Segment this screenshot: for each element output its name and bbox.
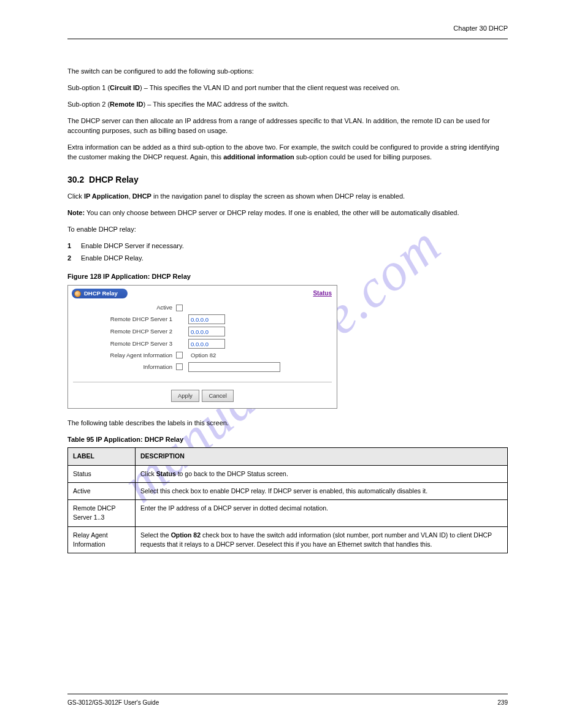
cell-label: Remote DHCP Server 1..3 <box>68 500 136 526</box>
row-relay-agent-info: Relay Agent Information Option 82 <box>74 350 331 361</box>
text: ) – This specifies the VLAN ID and port … <box>140 84 400 91</box>
divider <box>73 382 332 382</box>
text: to go back to the DHCP Status screen. <box>176 470 288 477</box>
text: Click <box>67 192 84 200</box>
step-text: Enable DHCP Server if necessary. <box>81 241 184 251</box>
row-remote-server-2: Remote DHCP Server 2 <box>74 325 331 338</box>
paragraph: Click IP Application, DHCP in the naviga… <box>67 192 508 202</box>
note: Note: You can only choose between DHCP s… <box>67 208 508 218</box>
cell-label: Relay Agent Information <box>68 526 136 553</box>
col-label: LABEL <box>68 448 136 465</box>
label-active: Active <box>74 303 172 312</box>
row-remote-server-3: Remote DHCP Server 3 <box>74 338 331 350</box>
step-item: 2Enable DHCP Relay. <box>67 254 508 264</box>
figure-dhcp-relay: DHCP Relay Status Active Remote DHCP Ser… <box>67 285 337 408</box>
nav-dhcp: DHCP <box>132 192 151 200</box>
input-remote-server-2[interactable] <box>188 327 225 336</box>
input-information[interactable] <box>188 362 280 372</box>
col-description: DESCRIPTION <box>136 448 508 465</box>
checkbox-active[interactable] <box>176 305 183 311</box>
paragraph: Extra information can be added as a thir… <box>67 143 508 162</box>
section-title: DHCP Relay <box>89 175 139 184</box>
label-rs1: Remote DHCP Server 1 <box>74 315 172 324</box>
table-intro: The following table describes the labels… <box>67 419 508 428</box>
term-additional-info: additional information <box>223 153 294 161</box>
input-remote-server-1[interactable] <box>188 314 225 324</box>
figure-titlebar: DHCP Relay Status <box>68 286 337 300</box>
steps-intro: To enable DHCP relay: <box>67 225 508 235</box>
row-remote-server-1: Remote DHCP Server 1 <box>74 313 331 325</box>
nav-ip-application: IP Application <box>84 192 129 200</box>
apply-button[interactable]: Apply <box>171 390 199 402</box>
section-heading-30-2: 30.2 DHCP Relay <box>67 173 508 186</box>
table-row: Relay Agent Information Select the Optio… <box>68 526 508 553</box>
paragraph: The DHCP server can then allocate an IP … <box>67 116 508 136</box>
step-text: Enable DHCP Relay. <box>81 254 144 264</box>
step-number: 1 <box>67 241 76 251</box>
note-text: You can only choose between DHCP server … <box>86 209 459 216</box>
cell-desc: Click Status to go back to the DHCP Stat… <box>136 465 508 482</box>
bold-text: Option 82 <box>171 531 201 539</box>
cell-label: Active <box>68 482 136 499</box>
text: ) – This specifies the MAC address of th… <box>144 100 289 108</box>
footer-rule <box>67 694 508 694</box>
steps-list: 1Enable DHCP Server if necessary. 2Enabl… <box>67 241 508 264</box>
description-table: LABEL DESCRIPTION Status Click Status to… <box>67 447 508 553</box>
panel-title-pill: DHCP Relay <box>72 289 128 298</box>
page-header-right: Chapter 30 DHCP <box>453 25 508 32</box>
row-active: Active <box>74 302 331 313</box>
header-rule <box>67 39 508 39</box>
section-number: 30.2 <box>67 175 84 184</box>
text: Sub-option 1 ( <box>67 84 110 91</box>
step-item: 1Enable DHCP Server if necessary. <box>67 241 508 251</box>
page-content: The switch can be configured to add the … <box>67 67 508 553</box>
table-row: Remote DHCP Server 1..3 Enter the IP add… <box>68 500 508 526</box>
paragraph: Sub-option 2 (Remote ID) – This specifie… <box>67 100 508 110</box>
text: Select the <box>140 531 171 539</box>
footer-left: GS-3012/GS-3012F User's Guide <box>67 699 159 706</box>
text: Sub-option 2 ( <box>67 100 110 108</box>
figure-caption: Figure 128 IP Application: DHCP Relay <box>67 272 508 282</box>
panel-title-text: DHCP Relay <box>84 289 118 298</box>
cell-desc: Enter the IP address of a DHCP server in… <box>136 500 508 526</box>
bullet-icon <box>74 290 81 297</box>
paragraph: Sub-option 1 (Circuit ID) – This specifi… <box>67 83 508 93</box>
table-row: Active Select this check box to enable D… <box>68 482 508 499</box>
bold-text: Status <box>156 470 176 477</box>
term-circuit-id: Circuit ID <box>110 84 140 91</box>
label-rai: Relay Agent Information <box>74 351 172 360</box>
paragraph: The switch can be configured to add the … <box>67 67 508 77</box>
cancel-button[interactable]: Cancel <box>202 390 234 402</box>
table-row: Status Click Status to go back to the DH… <box>68 465 508 482</box>
text: sub-option could be used for billing pur… <box>294 153 432 161</box>
form-area: Active Remote DHCP Server 1 Remote DHCP … <box>68 300 337 378</box>
label-option82: Option 82 <box>191 351 331 360</box>
table-caption: Table 95 IP Application: DHCP Relay <box>67 435 508 445</box>
cell-desc: Select the Option 82 check box to have t… <box>136 526 508 553</box>
table-header-row: LABEL DESCRIPTION <box>68 448 508 465</box>
footer-page-number: 239 <box>497 699 508 706</box>
row-information: Information <box>74 361 331 373</box>
input-remote-server-3[interactable] <box>188 339 225 349</box>
text: in the navigation panel to display the s… <box>151 192 405 200</box>
label-rs3: Remote DHCP Server 3 <box>74 339 172 348</box>
checkbox-information[interactable] <box>176 363 183 370</box>
checkbox-option82[interactable] <box>176 352 183 358</box>
text: Click <box>140 470 156 477</box>
label-information: Information <box>74 363 172 371</box>
cell-label: Status <box>68 465 136 482</box>
step-number: 2 <box>67 254 76 264</box>
status-link[interactable]: Status <box>313 289 332 298</box>
term-remote-id: Remote ID <box>110 100 143 108</box>
button-row: Apply Cancel <box>68 386 337 408</box>
note-label: Note: <box>67 209 85 216</box>
cell-desc: Select this check box to enable DHCP rel… <box>136 482 508 499</box>
label-rs2: Remote DHCP Server 2 <box>74 327 172 336</box>
